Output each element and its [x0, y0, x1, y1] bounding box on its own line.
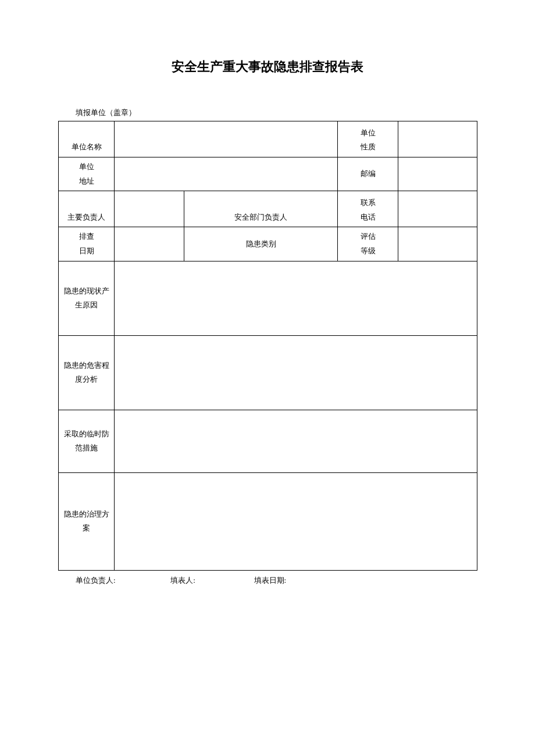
label-eval-level: 评估等级 [338, 227, 398, 261]
label-hazard-degree: 隐患的危害程度分析 [59, 335, 115, 410]
label-hazard-type: 隐患类别 [184, 227, 338, 261]
label-main-person: 主要负责人 [59, 191, 115, 227]
value-unit-name[interactable] [115, 121, 338, 157]
label-safety-person: 安全部门负责人 [184, 191, 338, 227]
value-temp-measures[interactable] [115, 410, 477, 472]
report-table: 单位名称 单位性质 单位地址 邮编 主要负责人 安全部门负责人 联系电话 排查日… [58, 121, 477, 571]
footer-preparer: 填表人: [170, 575, 252, 586]
footer-unit-leader: 单位负责人: [76, 575, 169, 586]
value-unit-address[interactable] [115, 157, 338, 191]
value-contact-phone[interactable] [398, 191, 477, 227]
value-postcode[interactable] [398, 157, 477, 191]
value-hazard-status[interactable] [115, 261, 477, 335]
footer-fill-date: 填表日期: [254, 575, 287, 586]
header-reporting-unit: 填报单位（盖章） [76, 108, 477, 118]
label-hazard-status: 隐患的现状产生原因 [59, 261, 115, 335]
value-main-person[interactable] [115, 191, 184, 227]
label-unit-nature: 单位性质 [338, 121, 398, 157]
label-check-date: 排查日期 [59, 227, 115, 261]
label-temp-measures: 采取的临时防范措施 [59, 410, 115, 472]
value-check-date[interactable] [115, 227, 184, 261]
label-unit-name: 单位名称 [59, 121, 115, 157]
value-treatment[interactable] [115, 472, 477, 570]
footer-line: 单位负责人: 填表人: 填表日期: [76, 575, 477, 586]
document-title: 安全生产重大事故隐患排查报告表 [58, 58, 477, 76]
value-eval-level[interactable] [398, 227, 477, 261]
label-postcode: 邮编 [338, 157, 398, 191]
label-contact-phone: 联系电话 [338, 191, 398, 227]
value-hazard-degree[interactable] [115, 335, 477, 410]
label-treatment: 隐患的治理方案 [59, 472, 115, 570]
label-unit-address: 单位地址 [59, 157, 115, 191]
value-unit-nature[interactable] [398, 121, 477, 157]
